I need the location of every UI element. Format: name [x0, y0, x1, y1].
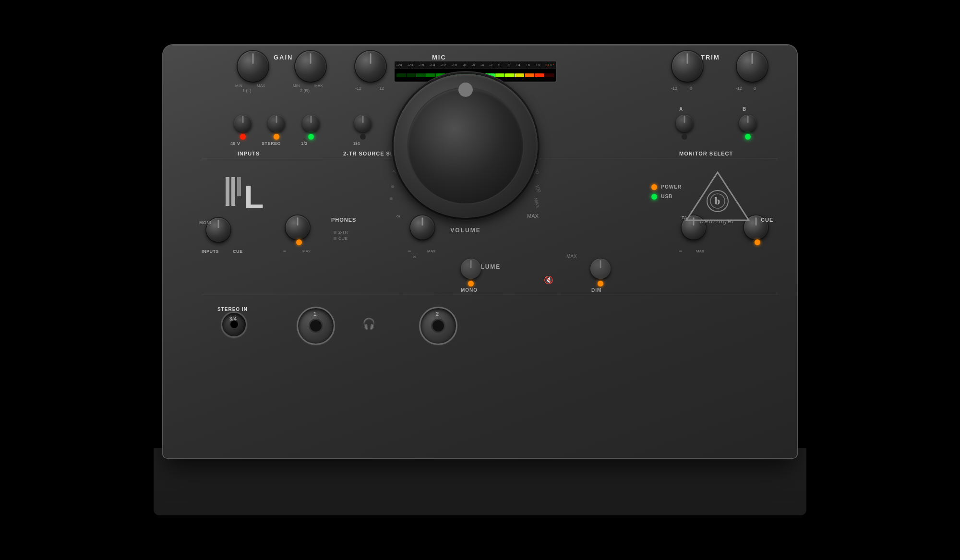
- vol-min-label: ∞: [413, 254, 416, 259]
- phones-2tr-label: 2-TR: [338, 230, 348, 235]
- phones-port-1-label: 1: [313, 311, 317, 317]
- behringer-logo-area: b behringer: [682, 170, 758, 227]
- cue-label: CUE: [761, 217, 773, 223]
- svg-text:b: b: [715, 196, 720, 206]
- power-status-label: POWER: [661, 184, 682, 190]
- phones-min1: ∞: [283, 249, 286, 253]
- knob-inputs-label: INPUTS: [202, 249, 219, 254]
- svg-text:90: 90: [533, 167, 540, 175]
- phones-knob-1[interactable]: [286, 215, 310, 239]
- volume-knob[interactable]: [394, 74, 538, 218]
- volume-area: 5 10 15 20 25 30 40 50 60 70 80 90 100 M…: [374, 55, 557, 237]
- trim-a-max: 0: [690, 86, 692, 91]
- vol-max-label: MAX: [566, 254, 577, 259]
- phones-port-2-label: 2: [436, 311, 439, 317]
- svg-point-19: [390, 197, 393, 200]
- dim-switch[interactable]: [590, 259, 611, 286]
- front-divider: [202, 295, 778, 295]
- knob-cue-label: CUE: [233, 249, 243, 254]
- usb-status-label: USB: [661, 194, 672, 199]
- stereo-in-port[interactable]: 3/4: [221, 311, 228, 320]
- gain-ch1-max-label: MAX: [257, 83, 265, 88]
- mono-label: MONO: [461, 287, 478, 293]
- behringer-brand-label: behringer: [700, 217, 735, 225]
- trim-knob-b[interactable]: [737, 51, 768, 82]
- gain-knob-ch2[interactable]: [295, 51, 326, 82]
- svg-text:L: L: [244, 179, 264, 211]
- mute-icon: 🔇: [544, 275, 553, 285]
- monitor-b-switch[interactable]: [739, 115, 756, 140]
- trim-b-min: -12: [736, 86, 742, 91]
- trim-a-min: -12: [671, 86, 677, 91]
- phones-label: PHONES: [331, 217, 356, 223]
- input-12-label: 1/2: [301, 141, 308, 146]
- input-48v-switch[interactable]: [234, 115, 252, 140]
- trim-knob-a[interactable]: [672, 51, 703, 82]
- studio-l-logo: L: [226, 172, 264, 211]
- audio-interface: GAIN MIN MAX 1 (L) MIN MAX 2 (R) MIC -12…: [144, 45, 816, 515]
- inputs-section-label: INPUTS: [238, 151, 260, 156]
- phones-knob-2[interactable]: [410, 215, 434, 239]
- phones-cue-label: CUE: [338, 236, 348, 241]
- svg-text:100: 100: [534, 184, 542, 193]
- phones-led-1: [296, 239, 302, 245]
- trim-b-max: 0: [754, 86, 756, 91]
- svg-text:MAX: MAX: [533, 197, 540, 209]
- monitor-a-label: A: [679, 107, 683, 112]
- cue-led: [755, 239, 760, 245]
- svg-rect-2: [237, 177, 241, 196]
- phones-max1: MAX: [302, 249, 311, 253]
- input-48v-label: 48 V: [230, 141, 240, 146]
- tr-34-label: 3/4: [353, 141, 360, 146]
- stereo-in-34-label: 3/4: [229, 316, 237, 322]
- tr-34-switch[interactable]: [354, 115, 372, 140]
- monitoring-partial-label: MONI: [199, 220, 212, 225]
- device-base: [154, 448, 806, 515]
- headphones-icon: 🎧: [362, 318, 375, 330]
- monitor-a-switch[interactable]: [676, 115, 693, 140]
- monitor-select-label: MONITOR SELECT: [679, 151, 733, 156]
- headphones-port-2[interactable]: 2: [419, 307, 422, 315]
- dim-label: DIM: [591, 287, 601, 293]
- svg-text:VOLUME: VOLUME: [450, 227, 480, 234]
- headphones-port-1[interactable]: 1: [297, 307, 300, 315]
- gain-ch1-name-label: 1 (L): [242, 88, 252, 93]
- gain-label: GAIN: [274, 54, 293, 61]
- ta-min: ∞: [679, 249, 682, 253]
- svg-rect-0: [226, 177, 229, 206]
- phones-source-indicators: 2-TR CUE: [334, 230, 348, 241]
- trim-label: TRIM: [701, 54, 720, 61]
- input-stereo-switch[interactable]: [268, 115, 285, 140]
- device-body: GAIN MIN MAX 1 (L) MIN MAX 2 (R) MIC -12…: [163, 45, 797, 458]
- ta-max: MAX: [696, 249, 704, 253]
- mic-min-label: -12: [355, 86, 361, 91]
- gain-ch2-max-label: MAX: [314, 83, 323, 88]
- svg-text:MAX: MAX: [527, 213, 539, 219]
- monitor-b-label: B: [743, 107, 746, 112]
- svg-point-18: [391, 185, 394, 188]
- gain-ch2-name-label: 2 (R): [300, 88, 310, 93]
- svg-rect-1: [231, 177, 235, 206]
- mono-switch[interactable]: [461, 259, 481, 286]
- svg-text:5: 5: [392, 168, 398, 174]
- gain-ch2-min-label: MIN: [293, 83, 300, 88]
- input-12-switch[interactable]: [302, 115, 320, 140]
- behringer-triangle-logo: b: [682, 170, 754, 223]
- svg-text:∞: ∞: [396, 213, 400, 219]
- gain-ch1-min-label: MIN: [235, 83, 242, 88]
- input-stereo-label: STEREO: [262, 141, 281, 146]
- phones-min2: ∞: [408, 249, 411, 253]
- status-indicators: POWER USB: [651, 184, 682, 200]
- gain-knob-ch1[interactable]: [238, 51, 268, 82]
- phones-max2: MAX: [427, 249, 435, 253]
